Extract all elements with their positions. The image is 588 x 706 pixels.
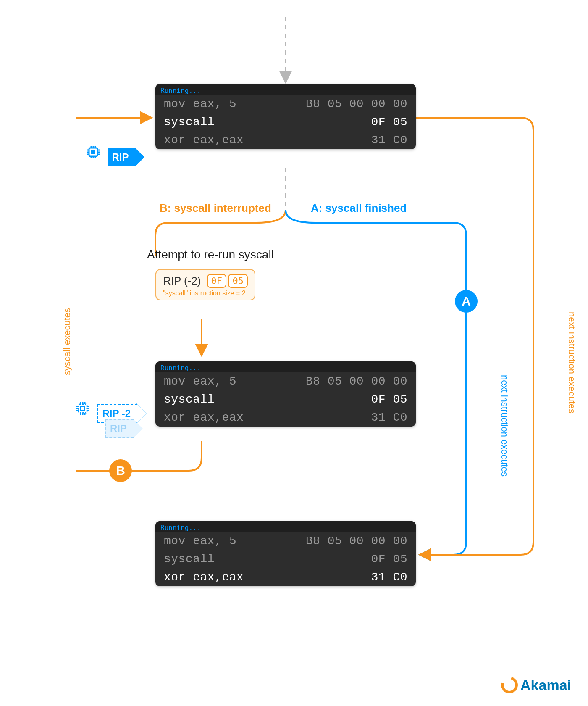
asm-row: syscall 0F 05 [155,550,416,568]
badge-a: A [455,290,478,313]
svg-rect-18 [79,404,87,413]
asm-row-highlight: xor eax,eax 31 C0 [155,568,416,586]
asm-row: xor eax,eax 31 C0 [155,131,416,149]
rip-pointer-top: RIP [84,143,144,166]
brand-text: Akamai [520,677,571,693]
byte-chip: 05 [228,274,248,288]
codebox-middle: Running... mov eax, 5 B8 05 00 00 00 sys… [155,361,416,427]
asm-row: xor eax,eax 31 C0 [155,408,416,427]
codebox-title: Running... [155,361,416,372]
codebox-title: Running... [155,521,416,532]
codebox-top: Running... mov eax, 5 B8 05 00 00 00 sys… [155,84,416,149]
asm-row: mov eax, 5 B8 05 00 00 00 [155,532,416,550]
codebox-title: Running... [155,84,416,95]
badge-b: B [109,459,132,482]
asm-row-highlight: syscall 0F 05 [155,390,416,408]
svg-rect-19 [81,406,85,411]
path-b-title: B: syscall interrupted [160,202,271,215]
label-next-instr-blue: next instruction executes [499,375,510,477]
cpu-icon [84,143,102,161]
brand-logo: Akamai [501,677,571,693]
rip-tag: RIP [108,148,144,166]
label-syscall-executes: syscall executes [62,308,73,375]
rip-offset-text: RIP (-2) [163,274,201,287]
rip-offset-note: "syscall" instruction size = 2 [163,290,248,297]
rip-tag-ghost: RIP [105,419,143,438]
rip-minus-2-detail: RIP (-2) 0F 05 "syscall" instruction siz… [155,269,255,300]
brand-swirl-icon [498,674,521,697]
asm-row: mov eax, 5 B8 05 00 00 00 [155,372,416,390]
svg-rect-5 [91,150,95,154]
label-next-instr-orange: next instruction executes [566,312,577,414]
rip-pointer-middle-old: RIP [105,419,143,438]
asm-row: mov eax, 5 B8 05 00 00 00 [155,95,416,113]
codebox-bottom: Running... mov eax, 5 B8 05 00 00 00 sys… [155,521,416,586]
rerun-title: Attempt to re-run syscall [147,248,274,261]
byte-chip: 0F [207,274,227,288]
asm-row-highlight: syscall 0F 05 [155,113,416,131]
path-a-title: A: syscall finished [311,202,407,215]
cpu-icon [74,399,92,418]
